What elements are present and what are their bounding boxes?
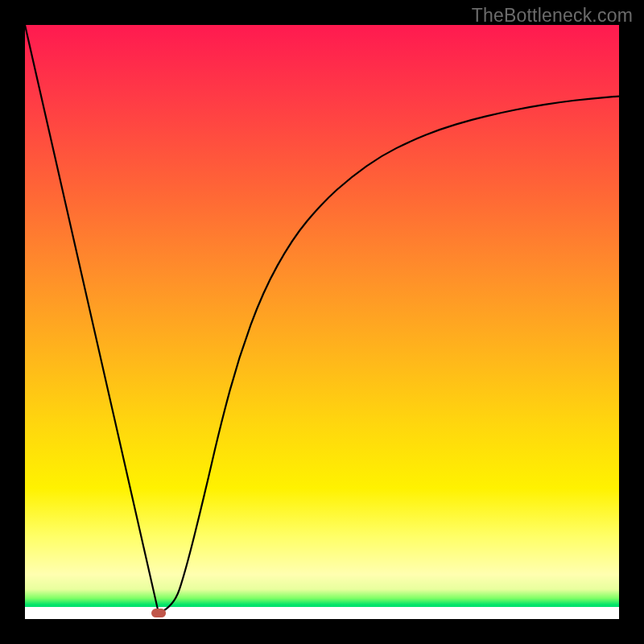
chart-frame: TheBottleneck.com [0,0,644,644]
chart-svg [25,25,619,619]
watermark-text: TheBottleneck.com [472,5,633,27]
bottleneck-curve [25,25,619,613]
chart-plot-area [25,25,619,619]
minimum-marker [151,609,166,617]
